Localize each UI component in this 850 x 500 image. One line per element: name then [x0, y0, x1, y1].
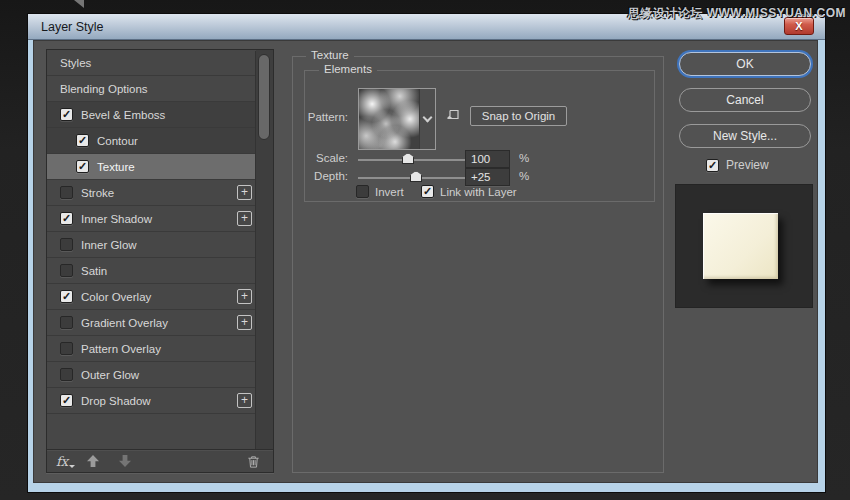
sidebar-item-label: Blending Options [60, 83, 148, 95]
sidebar-item-inner-glow[interactable]: Inner Glow [47, 232, 256, 258]
watermark-text: 思缘设计论坛 WWW.MISSYUAN.COM [628, 5, 846, 22]
scrollbar-thumb[interactable] [258, 54, 270, 140]
pattern-label: Pattern: [305, 111, 348, 123]
effect-checkbox[interactable] [60, 108, 73, 121]
effect-checkbox[interactable] [60, 394, 73, 407]
move-effect-up-button[interactable] [85, 454, 100, 469]
chevron-down-icon [423, 112, 433, 122]
style-list: StylesBlending OptionsBevel & EmbossCont… [47, 50, 256, 450]
sidebar-item-stroke[interactable]: Stroke+ [47, 180, 256, 206]
effect-checkbox[interactable] [60, 264, 73, 277]
invert-checkbox-row[interactable]: Invert [356, 185, 404, 198]
pattern-dropdown-button[interactable] [419, 89, 435, 149]
sidebar-item-blending-options[interactable]: Blending Options [47, 76, 256, 102]
sidebar-item-label: Stroke [81, 187, 114, 199]
sidebar-item-label: Gradient Overlay [81, 317, 168, 329]
sidebar-item-satin[interactable]: Satin [47, 258, 256, 284]
dialog-title: Layer Style [28, 20, 104, 34]
effect-checkbox[interactable] [60, 368, 73, 381]
link-with-layer-checkbox-row[interactable]: Link with Layer [421, 185, 517, 198]
pattern-thumbnail[interactable] [359, 89, 419, 149]
scale-unit: % [519, 152, 529, 164]
layer-style-dialog: Layer Style X StylesBlending OptionsBeve… [28, 14, 825, 492]
scale-value-input[interactable] [465, 150, 510, 168]
styles-sidebar: StylesBlending OptionsBevel & EmbossCont… [46, 49, 274, 473]
depth-label: Depth: [305, 170, 348, 182]
sidebar-item-label: Bevel & Emboss [81, 109, 165, 121]
sidebar-item-gradient-overlay[interactable]: Gradient Overlay+ [47, 310, 256, 336]
scale-slider-thumb[interactable] [402, 153, 414, 164]
sidebar-item-contour[interactable]: Contour [47, 128, 256, 154]
arrow-down-icon [118, 454, 132, 468]
preview-label: Preview [726, 158, 769, 172]
sidebar-item-label: Inner Shadow [81, 213, 152, 225]
add-effect-instance-button[interactable]: + [237, 289, 252, 304]
fx-menu-button[interactable]: fx [56, 454, 68, 469]
panel-title: Texture [306, 49, 354, 61]
folded-corner-decoration [74, 0, 84, 8]
sidebar-item-styles[interactable]: Styles [47, 50, 256, 76]
new-pattern-preset-button[interactable] [445, 107, 461, 123]
trash-icon [246, 454, 261, 469]
preview-checkbox[interactable] [706, 159, 719, 172]
invert-checkbox[interactable] [356, 185, 369, 198]
sidebar-item-label: Outer Glow [81, 369, 139, 381]
snap-to-origin-button[interactable]: Snap to Origin [470, 106, 567, 126]
add-effect-instance-button[interactable]: + [237, 315, 252, 330]
group-title: Elements [319, 63, 377, 75]
sidebar-item-label: Texture [97, 161, 135, 173]
dialog-body: StylesBlending OptionsBevel & EmbossCont… [33, 40, 818, 483]
pattern-picker[interactable] [358, 88, 436, 150]
sidebar-item-color-overlay[interactable]: Color Overlay+ [47, 284, 256, 310]
style-preview-swatch [703, 213, 778, 279]
link-with-layer-checkbox[interactable] [421, 185, 434, 198]
sidebar-item-pattern-overlay[interactable]: Pattern Overlay [47, 336, 256, 362]
effect-checkbox[interactable] [76, 134, 89, 147]
elements-group: Elements Pattern: Snap to [304, 70, 655, 202]
sidebar-footer: fx [47, 449, 273, 472]
effect-checkbox[interactable] [60, 290, 73, 303]
new-preset-icon [445, 107, 461, 123]
style-preview-thumbnail [675, 184, 813, 308]
sidebar-item-label: Satin [81, 265, 107, 277]
add-effect-instance-button[interactable]: + [237, 211, 252, 226]
sidebar-item-drop-shadow[interactable]: Drop Shadow+ [47, 388, 256, 414]
link-with-layer-label: Link with Layer [440, 186, 517, 198]
texture-panel: Texture Elements Pattern: [292, 56, 664, 473]
new-style-button[interactable]: New Style... [679, 124, 811, 148]
arrow-up-icon [86, 454, 100, 468]
sidebar-item-label: Inner Glow [81, 239, 137, 251]
sidebar-item-outer-glow[interactable]: Outer Glow [47, 362, 256, 388]
scale-label: Scale: [305, 152, 348, 164]
effect-checkbox[interactable] [60, 238, 73, 251]
add-effect-instance-button[interactable]: + [237, 185, 252, 200]
add-effect-instance-button[interactable]: + [237, 393, 252, 408]
effect-checkbox[interactable] [60, 186, 73, 199]
desktop-background: 思缘设计论坛 WWW.MISSYUAN.COM Layer Style X St… [0, 0, 850, 500]
effect-checkbox[interactable] [60, 316, 73, 329]
sidebar-item-label: Color Overlay [81, 291, 151, 303]
depth-unit: % [519, 170, 529, 182]
sidebar-item-label: Drop Shadow [81, 395, 151, 407]
effect-checkbox[interactable] [76, 160, 89, 173]
depth-slider-thumb[interactable] [410, 171, 422, 182]
sidebar-item-label: Pattern Overlay [81, 343, 161, 355]
move-effect-down-button[interactable] [117, 454, 132, 469]
sidebar-scrollbar[interactable] [255, 51, 272, 449]
depth-value-input[interactable] [465, 168, 510, 186]
effect-checkbox[interactable] [60, 212, 73, 225]
invert-label: Invert [375, 186, 404, 198]
ok-button[interactable]: OK [679, 52, 811, 76]
sidebar-item-texture[interactable]: Texture [47, 154, 256, 180]
preview-checkbox-row[interactable]: Preview [706, 158, 769, 172]
sidebar-item-label: Styles [60, 57, 91, 69]
sidebar-item-inner-shadow[interactable]: Inner Shadow+ [47, 206, 256, 232]
sidebar-item-label: Contour [97, 135, 138, 147]
delete-effect-button[interactable] [246, 454, 261, 469]
sidebar-item-bevel-emboss[interactable]: Bevel & Emboss [47, 102, 256, 128]
effect-checkbox[interactable] [60, 342, 73, 355]
cancel-button[interactable]: Cancel [679, 88, 811, 112]
